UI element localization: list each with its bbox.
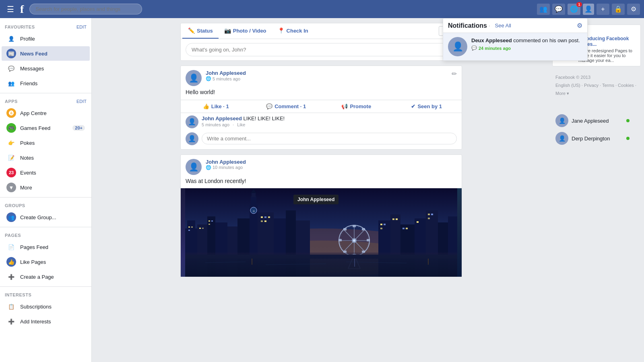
footer-links: Facebook © 2013 English (US) · Privacy ·… — [552, 70, 641, 101]
sidebar-item-createpage[interactable]: ➕ Create a Page — [2, 269, 90, 284]
post-card-2: 👤 John Appleseed 🌐 10 minutes ago Was at… — [180, 154, 462, 278]
appcentre-icon: 🅐 — [6, 108, 16, 118]
see-all-link[interactable]: See All — [495, 23, 511, 29]
messenger-icon-notif: 💬 — [471, 45, 477, 51]
comment-section-1: 👤 John Appleseed LIKE! LIKE! LIKE! 5 min… — [181, 113, 462, 149]
notif-time-1: 💬 24 minutes ago — [471, 45, 582, 51]
notification-item-1[interactable]: 👤 Deux Appleseed commented on his own po… — [443, 33, 587, 60]
sidebar-item-newsfeed[interactable]: 📰 News Feed — [2, 46, 90, 61]
comment-time-1: 5 minutes ago — [202, 122, 229, 127]
notif-avatar-1: 👤 — [448, 37, 467, 56]
messages-icon: 💬 — [555, 5, 563, 13]
svg-rect-61 — [380, 228, 382, 229]
checkin-tab-label: Check In — [287, 28, 308, 34]
apps-edit-link[interactable]: EDIT — [76, 99, 87, 104]
tab-status[interactable]: ✏️ Status — [182, 23, 219, 39]
like-button-1[interactable]: 👍 Like · 1 — [181, 101, 251, 112]
post-author-1[interactable]: John Appleseed — [206, 70, 457, 76]
post-time-text-1: 5 minutes ago — [213, 76, 240, 81]
messages-nav-button[interactable]: 💬 — [552, 4, 565, 15]
svg-rect-47 — [362, 228, 365, 230]
tab-checkin[interactable]: 📍 Check In — [272, 23, 314, 39]
divider-2 — [0, 197, 91, 197]
post-avatar-2: 👤 — [186, 159, 202, 175]
footer-link-english[interactable]: English (US) — [555, 83, 580, 88]
notif-text-1: Deux Appleseed commented on his own post… — [471, 37, 582, 44]
comment-button-1[interactable]: 💬 Comment · 1 — [251, 101, 322, 112]
svg-rect-29 — [264, 216, 266, 218]
hamburger-button[interactable]: ☰ — [4, 4, 17, 15]
globe-post-icon-2: 🌐 — [206, 165, 211, 170]
svg-rect-43 — [353, 225, 356, 227]
sidebar-item-events[interactable]: 23 Events — [2, 165, 90, 180]
chat-item-derp[interactable]: 👤 Derp Derpington — [552, 130, 633, 147]
creategroup-label: Create Group... — [20, 214, 85, 220]
comment-label-1: Comment · 1 — [275, 103, 306, 109]
comment-input-field-1[interactable] — [202, 133, 457, 144]
sidebar-item-appcentre[interactable]: 🅐 App Centre — [2, 106, 90, 120]
chat-avatar-jane: 👤 — [555, 114, 568, 127]
sidebar-item-subscriptions[interactable]: 📋 Subscriptions — [2, 299, 90, 314]
svg-rect-46 — [339, 239, 342, 241]
seen-button-1[interactable]: ✔ Seen by 1 — [392, 101, 462, 112]
comment-like-link-1[interactable]: Like — [237, 122, 245, 127]
sidebar-item-friends[interactable]: 👥 Friends — [2, 76, 90, 90]
comment-icon-1: 💬 — [266, 103, 272, 109]
search-input[interactable] — [29, 4, 142, 14]
svg-rect-65 — [406, 228, 408, 229]
sidebar-item-pokes[interactable]: 👉 Pokes — [2, 136, 90, 150]
divider-1 — [0, 93, 91, 93]
svg-rect-48 — [343, 228, 347, 230]
profile-avatar-nav[interactable]: 👤 — [583, 4, 594, 15]
add-nav-button[interactable]: + — [597, 4, 609, 15]
lock-nav-button[interactable]: 🔒 — [612, 4, 625, 15]
main-content: ✏️ Status 📷 Photo / Video 📍 Check In Sor… — [92, 18, 644, 362]
profile-label: Profile — [20, 36, 85, 42]
favourites-section-header: FAVOURITES EDIT — [0, 21, 91, 31]
comment-author-1[interactable]: John Appleseed — [202, 115, 242, 121]
pagesfeed-icon: 📄 — [6, 242, 16, 252]
friends-label: Friends — [20, 80, 85, 86]
svg-rect-15 — [208, 220, 210, 222]
footer-link-privacy[interactable]: Privacy — [584, 83, 599, 88]
svg-rect-62 — [392, 218, 394, 220]
lock-icon: 🔒 — [614, 5, 622, 13]
promote-button-1[interactable]: 📢 Promote — [321, 101, 392, 112]
footer-link-more[interactable]: More ▾ — [555, 91, 569, 96]
notifications-title: Notifications — [448, 22, 487, 29]
footer-link-cookies[interactable]: Cookies — [618, 83, 634, 88]
friends-nav-button[interactable]: 👥 — [537, 4, 550, 15]
compose-input-area — [181, 39, 462, 60]
footer-link-terms[interactable]: Terms — [602, 83, 614, 88]
favourites-edit-link[interactable]: EDIT — [76, 25, 87, 29]
sidebar-item-more[interactable]: ▼ More — [2, 180, 90, 195]
footer-nav-links: English (US) · Privacy · Terms · Cookies… — [555, 82, 638, 98]
sidebar-item-addinterests[interactable]: ➕ Add Interests — [2, 314, 90, 329]
post-header-1: 👤 John Appleseed 🌐 5 minutes ago ✏ — [181, 66, 462, 88]
sidebar-item-messages[interactable]: 💬 Messages — [2, 61, 90, 76]
divider-3 — [0, 227, 91, 227]
profile-icon: 👤 — [584, 5, 592, 13]
sidebar-item-pagesfeed[interactable]: 📄 Pages Feed — [2, 240, 90, 254]
chat-item-jane[interactable]: 👤 Jane Appleseed — [552, 112, 633, 130]
compose-tabs: ✏️ Status 📷 Photo / Video 📍 Check In Sor… — [181, 23, 462, 39]
chat-name-jane: Jane Appleseed — [572, 118, 609, 124]
notifications-nav-button[interactable]: 🌐 1 — [568, 4, 580, 15]
photo-tab-label: Photo / Video — [233, 28, 266, 34]
sidebar-item-likepages[interactable]: 👍 Like Pages — [2, 255, 90, 269]
gamesfeed-icon: 🎮 — [6, 123, 16, 133]
svg-rect-69 — [428, 218, 430, 219]
tab-photo[interactable]: 📷 Photo / Video — [219, 23, 272, 39]
comment-input-avatar: 👤 — [186, 132, 198, 145]
svg-text:⊙: ⊙ — [253, 210, 255, 212]
sidebar-item-creategroup[interactable]: 👥 Create Group... — [2, 210, 90, 224]
post-edit-button-1[interactable]: ✏ — [452, 70, 457, 78]
notifications-settings-icon[interactable]: ⚙ — [577, 22, 582, 29]
sidebar-item-profile[interactable]: 👤 Profile — [2, 31, 90, 46]
sidebar-item-gamesfeed[interactable]: 🎮 Games Feed 20+ — [2, 121, 90, 135]
post-author-2[interactable]: John Appleseed — [206, 159, 457, 165]
status-input[interactable] — [186, 43, 457, 56]
post-avatar-icon-2: 👤 — [189, 162, 199, 172]
sidebar-item-notes[interactable]: 📝 Notes — [2, 150, 90, 165]
settings-nav-button[interactable]: ⚙ — [627, 4, 640, 15]
